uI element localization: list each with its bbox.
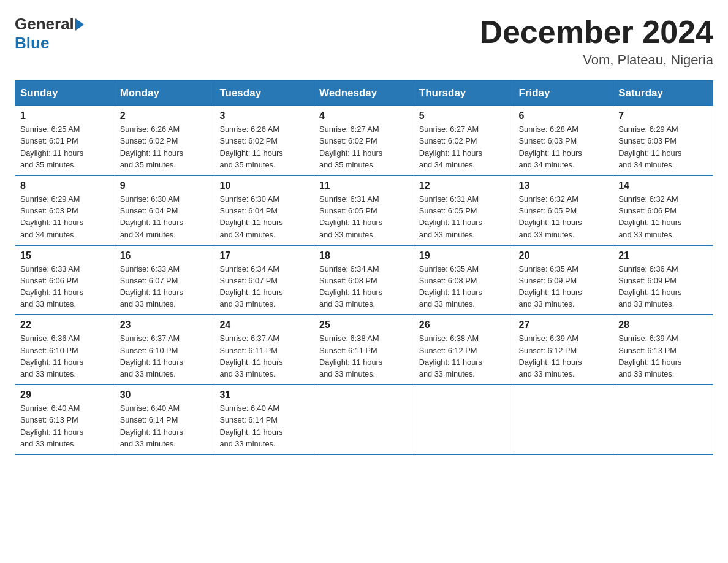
day-number: 8 [20, 180, 110, 191]
day-info: Sunrise: 6:39 AMSunset: 6:13 PMDaylight:… [618, 332, 708, 380]
day-info: Sunrise: 6:40 AMSunset: 6:13 PMDaylight:… [20, 402, 110, 450]
table-row: 1Sunrise: 6:25 AMSunset: 6:01 PMDaylight… [15, 106, 115, 175]
logo-arrow-icon [75, 18, 84, 31]
day-info: Sunrise: 6:40 AMSunset: 6:14 PMDaylight:… [219, 402, 309, 450]
day-number: 27 [519, 320, 609, 331]
day-number: 16 [120, 250, 210, 261]
day-number: 18 [319, 250, 409, 261]
day-info: Sunrise: 6:37 AMSunset: 6:11 PMDaylight:… [219, 332, 309, 380]
day-number: 29 [20, 389, 110, 400]
table-row [514, 385, 613, 454]
day-info: Sunrise: 6:38 AMSunset: 6:11 PMDaylight:… [319, 332, 409, 380]
table-row: 13Sunrise: 6:32 AMSunset: 6:05 PMDayligh… [514, 175, 613, 245]
col-saturday: Saturday [613, 81, 713, 106]
day-info: Sunrise: 6:30 AMSunset: 6:04 PMDaylight:… [120, 193, 210, 240]
table-row: 4Sunrise: 6:27 AMSunset: 6:02 PMDaylight… [314, 106, 414, 175]
day-info: Sunrise: 6:27 AMSunset: 6:02 PMDaylight:… [319, 123, 409, 170]
calendar-week-row: 29Sunrise: 6:40 AMSunset: 6:13 PMDayligh… [15, 385, 713, 454]
table-row: 9Sunrise: 6:30 AMSunset: 6:04 PMDaylight… [115, 175, 214, 245]
day-info: Sunrise: 6:34 AMSunset: 6:07 PMDaylight:… [219, 263, 309, 310]
day-info: Sunrise: 6:25 AMSunset: 6:01 PMDaylight:… [20, 123, 110, 170]
table-row: 14Sunrise: 6:32 AMSunset: 6:06 PMDayligh… [613, 175, 713, 245]
table-row: 20Sunrise: 6:35 AMSunset: 6:09 PMDayligh… [514, 245, 613, 315]
day-info: Sunrise: 6:33 AMSunset: 6:06 PMDaylight:… [20, 263, 110, 310]
day-info: Sunrise: 6:37 AMSunset: 6:10 PMDaylight:… [120, 332, 210, 380]
day-info: Sunrise: 6:35 AMSunset: 6:08 PMDaylight:… [419, 263, 509, 310]
day-number: 5 [419, 110, 509, 121]
col-thursday: Thursday [414, 81, 514, 106]
col-sunday: Sunday [15, 81, 115, 106]
day-number: 11 [319, 180, 409, 191]
table-row: 29Sunrise: 6:40 AMSunset: 6:13 PMDayligh… [15, 385, 115, 454]
table-row: 22Sunrise: 6:36 AMSunset: 6:10 PMDayligh… [15, 315, 115, 385]
day-info: Sunrise: 6:27 AMSunset: 6:02 PMDaylight:… [419, 123, 509, 170]
day-number: 31 [219, 389, 309, 400]
logo-general-text: General [15, 15, 74, 34]
day-number: 17 [219, 250, 309, 261]
day-number: 22 [20, 320, 110, 331]
table-row [613, 385, 713, 454]
day-info: Sunrise: 6:31 AMSunset: 6:05 PMDaylight:… [419, 193, 509, 240]
table-row: 27Sunrise: 6:39 AMSunset: 6:12 PMDayligh… [514, 315, 613, 385]
day-number: 28 [618, 320, 708, 331]
calendar-week-row: 1Sunrise: 6:25 AMSunset: 6:01 PMDaylight… [15, 106, 713, 175]
day-info: Sunrise: 6:33 AMSunset: 6:07 PMDaylight:… [120, 263, 210, 310]
location-subtitle: Vom, Plateau, Nigeria [479, 52, 713, 68]
day-number: 7 [618, 110, 708, 121]
title-block: December 2024 Vom, Plateau, Nigeria [479, 15, 713, 68]
day-info: Sunrise: 6:35 AMSunset: 6:09 PMDaylight:… [519, 263, 609, 310]
table-row: 30Sunrise: 6:40 AMSunset: 6:14 PMDayligh… [115, 385, 214, 454]
day-number: 20 [519, 250, 609, 261]
day-info: Sunrise: 6:34 AMSunset: 6:08 PMDaylight:… [319, 263, 409, 310]
table-row: 12Sunrise: 6:31 AMSunset: 6:05 PMDayligh… [414, 175, 514, 245]
day-number: 4 [319, 110, 409, 121]
logo-blue-text: Blue [15, 34, 49, 53]
day-info: Sunrise: 6:31 AMSunset: 6:05 PMDaylight:… [319, 193, 409, 240]
day-info: Sunrise: 6:26 AMSunset: 6:02 PMDaylight:… [219, 123, 309, 170]
col-tuesday: Tuesday [214, 81, 314, 106]
table-row: 15Sunrise: 6:33 AMSunset: 6:06 PMDayligh… [15, 245, 115, 315]
col-wednesday: Wednesday [314, 81, 414, 106]
table-row: 21Sunrise: 6:36 AMSunset: 6:09 PMDayligh… [613, 245, 713, 315]
day-number: 23 [120, 320, 210, 331]
day-number: 14 [618, 180, 708, 191]
day-number: 6 [519, 110, 609, 121]
table-row: 26Sunrise: 6:38 AMSunset: 6:12 PMDayligh… [414, 315, 514, 385]
table-row: 2Sunrise: 6:26 AMSunset: 6:02 PMDaylight… [115, 106, 214, 175]
table-row: 10Sunrise: 6:30 AMSunset: 6:04 PMDayligh… [214, 175, 314, 245]
table-row: 23Sunrise: 6:37 AMSunset: 6:10 PMDayligh… [115, 315, 214, 385]
table-row: 11Sunrise: 6:31 AMSunset: 6:05 PMDayligh… [314, 175, 414, 245]
month-year-title: December 2024 [479, 15, 713, 50]
day-number: 30 [120, 389, 210, 400]
day-number: 12 [419, 180, 509, 191]
day-info: Sunrise: 6:29 AMSunset: 6:03 PMDaylight:… [20, 193, 110, 240]
day-number: 2 [120, 110, 210, 121]
table-row: 16Sunrise: 6:33 AMSunset: 6:07 PMDayligh… [115, 245, 214, 315]
table-row: 18Sunrise: 6:34 AMSunset: 6:08 PMDayligh… [314, 245, 414, 315]
day-number: 21 [618, 250, 708, 261]
calendar-week-row: 15Sunrise: 6:33 AMSunset: 6:06 PMDayligh… [15, 245, 713, 315]
day-info: Sunrise: 6:36 AMSunset: 6:09 PMDaylight:… [618, 263, 708, 310]
table-row: 24Sunrise: 6:37 AMSunset: 6:11 PMDayligh… [214, 315, 314, 385]
day-info: Sunrise: 6:26 AMSunset: 6:02 PMDaylight:… [120, 123, 210, 170]
day-info: Sunrise: 6:36 AMSunset: 6:10 PMDaylight:… [20, 332, 110, 380]
calendar-week-row: 22Sunrise: 6:36 AMSunset: 6:10 PMDayligh… [15, 315, 713, 385]
table-row [414, 385, 514, 454]
table-row: 17Sunrise: 6:34 AMSunset: 6:07 PMDayligh… [214, 245, 314, 315]
table-row: 3Sunrise: 6:26 AMSunset: 6:02 PMDaylight… [214, 106, 314, 175]
calendar-table: Sunday Monday Tuesday Wednesday Thursday… [15, 80, 713, 455]
day-number: 24 [219, 320, 309, 331]
table-row: 8Sunrise: 6:29 AMSunset: 6:03 PMDaylight… [15, 175, 115, 245]
day-info: Sunrise: 6:29 AMSunset: 6:03 PMDaylight:… [618, 123, 708, 170]
day-number: 9 [120, 180, 210, 191]
table-row [314, 385, 414, 454]
table-row: 28Sunrise: 6:39 AMSunset: 6:13 PMDayligh… [613, 315, 713, 385]
table-row: 31Sunrise: 6:40 AMSunset: 6:14 PMDayligh… [214, 385, 314, 454]
calendar-header-row: Sunday Monday Tuesday Wednesday Thursday… [15, 81, 713, 106]
logo: General Blue [15, 15, 85, 53]
day-info: Sunrise: 6:39 AMSunset: 6:12 PMDaylight:… [519, 332, 609, 380]
day-number: 1 [20, 110, 110, 121]
table-row: 19Sunrise: 6:35 AMSunset: 6:08 PMDayligh… [414, 245, 514, 315]
day-number: 10 [219, 180, 309, 191]
page-header: General Blue December 2024 Vom, Plateau,… [15, 15, 713, 68]
